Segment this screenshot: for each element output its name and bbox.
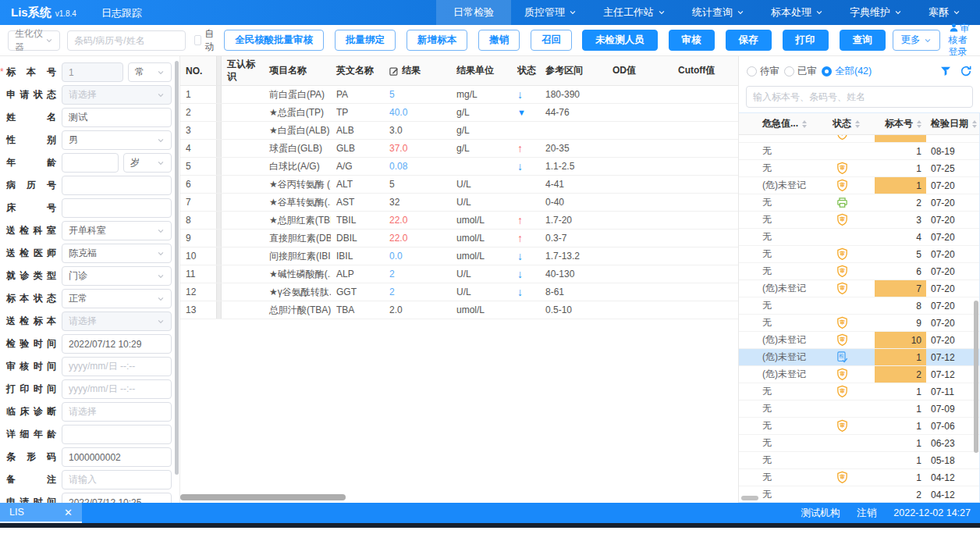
打印-button[interactable]: 打印 bbox=[783, 30, 829, 51]
sample-horizontal-scrollbar[interactable] bbox=[741, 496, 758, 500]
results-vertical-scrollbar[interactable] bbox=[216, 56, 222, 85]
详细年龄-input[interactable] bbox=[62, 425, 172, 444]
reviewer-login-link[interactable]: 审核者登录 bbox=[949, 23, 973, 58]
sample-row-13[interactable]: (危)未登记检107-12 bbox=[739, 349, 979, 366]
log-trace-link[interactable]: 日志跟踪 bbox=[101, 6, 142, 20]
性别-select[interactable]: 男 bbox=[62, 130, 172, 150]
results-horizontal-scrollbar[interactable] bbox=[180, 494, 738, 500]
sample-row-10[interactable]: 无807-20 bbox=[739, 297, 979, 315]
送检标本-select[interactable]: 请选择 bbox=[62, 312, 172, 331]
床号-input[interactable] bbox=[62, 198, 172, 218]
sample-row-8[interactable]: 无审607-20 bbox=[739, 263, 979, 280]
more-button[interactable]: 更多 bbox=[893, 30, 940, 51]
result-row-1[interactable]: 1前白蛋白(PA)PA5mg/L↓180-390 bbox=[180, 86, 738, 104]
filter-icon[interactable] bbox=[939, 65, 952, 77]
sample-row-6[interactable]: 无407-20 bbox=[739, 229, 979, 246]
姓名-input[interactable]: 测试 bbox=[62, 108, 172, 127]
item-result[interactable]: 2 bbox=[384, 283, 451, 301]
sample-row-16[interactable]: 无107-09 bbox=[739, 400, 979, 418]
nav-item-统计查询[interactable]: 统计查询 bbox=[679, 0, 758, 25]
item-result[interactable]: 0.08 bbox=[384, 158, 451, 175]
申请状态-select[interactable]: 请选择 bbox=[62, 85, 172, 105]
全民核酸批量审核-button[interactable]: 全民核酸批量审核 bbox=[224, 30, 324, 51]
result-row-2[interactable]: 2★总蛋白(TP)TP40.0g/L▼44-76 bbox=[180, 104, 738, 122]
新增标本-button[interactable]: 新增标本 bbox=[407, 30, 467, 51]
申请时间-input[interactable]: 2022/07/12 10:25 bbox=[62, 493, 172, 503]
nav-item-字典维护[interactable]: 字典维护 bbox=[836, 0, 915, 25]
sample-row-0[interactable]: 审 bbox=[739, 135, 979, 143]
item-result[interactable]: 32 bbox=[384, 194, 451, 211]
result-row-7[interactable]: 7★谷草转氨酶(...AST32U/L0-40 bbox=[180, 194, 738, 212]
filter-radio-待审[interactable]: 待审 bbox=[747, 65, 779, 78]
form-vertical-scrollbar[interactable] bbox=[175, 61, 179, 475]
就诊类型-select[interactable]: 门诊 bbox=[62, 266, 172, 286]
标本号-input[interactable]: 1 bbox=[62, 62, 123, 82]
sample-row-18[interactable]: 无106-23 bbox=[739, 435, 979, 452]
审核时间-input[interactable]: yyyy/mm/日 --:-- bbox=[62, 357, 172, 376]
barcode-search-input[interactable] bbox=[67, 30, 186, 51]
条形码-input[interactable]: 1000000002 bbox=[62, 447, 172, 467]
sample-row-3[interactable]: (危)未登记审107-20 bbox=[739, 177, 979, 194]
item-result[interactable]: 22.0 bbox=[384, 212, 451, 229]
result-row-4[interactable]: 4球蛋白(GLB)GLB37.0g/L↑20-35 bbox=[180, 140, 738, 158]
sample-row-9[interactable]: (危)未登记审707-20 bbox=[739, 280, 979, 297]
result-row-8[interactable]: 8★总胆红素(TBIL)TBIL22.0umol/L↑1.7-20 bbox=[180, 212, 738, 230]
item-result[interactable]: 22.0 bbox=[384, 230, 451, 247]
批量绑定-button[interactable]: 批量绑定 bbox=[335, 30, 396, 51]
nav-item-日常检验[interactable]: 日常检验 bbox=[436, 0, 511, 25]
审核-button[interactable]: 审核 bbox=[669, 30, 715, 51]
sample-row-12[interactable]: (危)未登记审1007-20 bbox=[739, 332, 979, 349]
年龄-select[interactable]: 岁 bbox=[123, 153, 172, 173]
col-sample-sort[interactable]: 标本号 bbox=[875, 113, 926, 134]
item-result[interactable]: 3.0 bbox=[384, 122, 451, 139]
召回-button[interactable]: 召回 bbox=[531, 30, 572, 51]
查询-button[interactable]: 查询 bbox=[840, 30, 886, 51]
item-result[interactable]: 5 bbox=[384, 176, 451, 193]
保存-button[interactable]: 保存 bbox=[726, 30, 772, 51]
result-row-12[interactable]: 12★γ谷氨酰转肽...GGT2U/L↓8-61 bbox=[180, 283, 738, 301]
result-row-3[interactable]: 3★白蛋白(ALB)ALB3.0g/L bbox=[180, 122, 738, 140]
送检医师-select[interactable]: 陈克福 bbox=[62, 244, 172, 263]
sample-row-14[interactable]: (危)未登记审207-12 bbox=[739, 366, 979, 383]
item-result[interactable]: 5 bbox=[384, 86, 451, 103]
sample-row-20[interactable]: 无审104-12 bbox=[739, 469, 979, 486]
result-row-10[interactable]: 10间接胆红素(IBIL)IBIL0.0umol/L↓1.7-13.2 bbox=[180, 247, 738, 265]
sample-row-19[interactable]: 无105-18 bbox=[739, 452, 979, 469]
item-result[interactable]: 2 bbox=[384, 265, 451, 283]
送检科室-select[interactable]: 开单科室 bbox=[62, 221, 172, 240]
col-crisis-sort[interactable]: 危急值... bbox=[758, 113, 828, 134]
tab-lis[interactable]: LIS ✕ bbox=[0, 503, 82, 523]
result-row-11[interactable]: 11★碱性磷酸酶(...ALP2U/L↓40-130 bbox=[180, 265, 738, 283]
auto-checkbox[interactable] bbox=[194, 35, 201, 45]
nav-item-质控管理[interactable]: 质控管理 bbox=[511, 0, 590, 25]
检验时间-input[interactable]: 2022/07/12 10:29 bbox=[62, 334, 172, 354]
result-row-9[interactable]: 9直接胆红素(DB...DBIL22.0umol/L↑0.3-7 bbox=[180, 230, 738, 247]
nav-item-主任工作站[interactable]: 主任工作站 bbox=[590, 0, 679, 25]
nav-item-标本处理[interactable]: 标本处理 bbox=[758, 0, 836, 25]
sample-row-1[interactable]: 无108-19 bbox=[739, 143, 979, 160]
nav-item-寒酥[interactable]: 寒酥 bbox=[915, 0, 974, 25]
item-result[interactable]: 0.0 bbox=[384, 247, 451, 265]
filter-radio-全部(42)[interactable]: 全部(42) bbox=[822, 65, 872, 78]
sample-row-4[interactable]: 无207-20 bbox=[739, 194, 979, 212]
sample-row-5[interactable]: 无审307-20 bbox=[739, 212, 979, 229]
filter-radio-已审[interactable]: 已审 bbox=[784, 65, 817, 78]
result-row-5[interactable]: 5白球比(A/G)A/G0.08↓1.1-2.5 bbox=[180, 158, 738, 176]
标本号-select[interactable]: 常 bbox=[128, 62, 172, 82]
临床诊断-input[interactable]: 请选择 bbox=[62, 402, 172, 422]
result-row-13[interactable]: 13总胆汁酸(TBA)TBA2.0umol/L0.5-10 bbox=[180, 301, 738, 319]
sample-row-2[interactable]: 无审107-25 bbox=[739, 160, 979, 177]
logout-link[interactable]: 注销 bbox=[857, 507, 876, 520]
item-result[interactable]: 37.0 bbox=[384, 140, 451, 157]
close-icon[interactable]: ✕ bbox=[64, 507, 73, 518]
sample-vertical-scrollbar[interactable] bbox=[974, 301, 978, 453]
result-row-6[interactable]: 6★谷丙转氨酶 (...ALT5U/L4-41 bbox=[180, 176, 738, 194]
sample-row-17[interactable]: 无审107-06 bbox=[739, 418, 979, 435]
年龄-input[interactable] bbox=[62, 153, 119, 173]
sample-row-21[interactable]: 无204-12 bbox=[739, 486, 979, 503]
撤销-button[interactable]: 撤销 bbox=[478, 30, 520, 51]
打印时间-input[interactable]: yyyy/mm/日 --:-- bbox=[62, 379, 172, 399]
sample-row-7[interactable]: 无审507-20 bbox=[739, 246, 979, 263]
sample-row-15[interactable]: 无审107-11 bbox=[739, 383, 979, 400]
sample-search-input[interactable] bbox=[746, 86, 973, 108]
